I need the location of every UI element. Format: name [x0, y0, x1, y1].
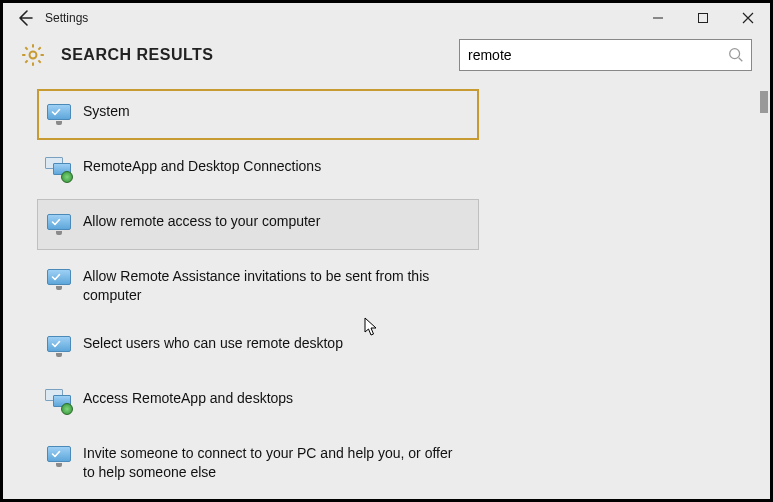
minimize-button[interactable] — [635, 3, 680, 33]
close-icon — [742, 12, 754, 24]
result-remote-assistance-invitations[interactable]: Allow Remote Assistance invitations to b… — [37, 254, 752, 317]
search-icon — [727, 46, 745, 64]
result-select-rd-users[interactable]: Select users who can use remote desktop — [37, 321, 752, 372]
search-box[interactable] — [459, 39, 752, 71]
app-title: Settings — [45, 11, 88, 25]
settings-gear-icon — [17, 39, 49, 71]
monitor-check-icon — [45, 212, 75, 238]
svg-point-2 — [30, 52, 37, 59]
back-arrow-icon — [15, 8, 35, 28]
close-button[interactable] — [725, 3, 770, 33]
result-invite-connect[interactable]: Invite someone to connect to your PC and… — [37, 431, 752, 494]
settings-window: Settings SEARCH RESULTS System — [3, 3, 770, 499]
monitor-pair-badge-icon — [45, 157, 75, 183]
result-label: Select users who can use remote desktop — [83, 333, 343, 353]
results-list: System RemoteApp and Desktop Connections… — [3, 89, 770, 494]
scrollbar-thumb[interactable] — [760, 91, 768, 113]
result-label: Allow Remote Assistance invitations to b… — [83, 266, 453, 305]
result-allow-remote-access[interactable]: Allow remote access to your computer — [37, 199, 479, 250]
titlebar: Settings — [3, 3, 770, 33]
page-heading: SEARCH RESULTS — [61, 46, 214, 64]
monitor-check-icon — [45, 102, 75, 128]
monitor-check-icon — [45, 444, 75, 470]
svg-point-3 — [730, 49, 740, 59]
result-label: RemoteApp and Desktop Connections — [83, 156, 321, 176]
maximize-icon — [697, 12, 709, 24]
result-label: System — [83, 101, 130, 121]
result-label: Invite someone to connect to your PC and… — [83, 443, 453, 482]
svg-line-4 — [739, 58, 743, 62]
result-system[interactable]: System — [37, 89, 479, 140]
maximize-button[interactable] — [680, 3, 725, 33]
result-label: Allow remote access to your computer — [83, 211, 320, 231]
result-label: Access RemoteApp and desktops — [83, 388, 293, 408]
header: SEARCH RESULTS — [3, 33, 770, 89]
minimize-icon — [652, 12, 664, 24]
result-access-remoteapp[interactable]: Access RemoteApp and desktops — [37, 376, 752, 427]
back-button[interactable] — [11, 4, 39, 32]
search-input[interactable] — [468, 47, 727, 63]
monitor-check-icon — [45, 334, 75, 360]
svg-rect-1 — [698, 14, 707, 23]
monitor-check-icon — [45, 267, 75, 293]
result-remoteapp-connections[interactable]: RemoteApp and Desktop Connections — [37, 144, 752, 195]
content-area: System RemoteApp and Desktop Connections… — [3, 89, 770, 499]
vertical-scrollbar[interactable] — [756, 89, 770, 499]
monitor-pair-badge-icon — [45, 389, 75, 415]
